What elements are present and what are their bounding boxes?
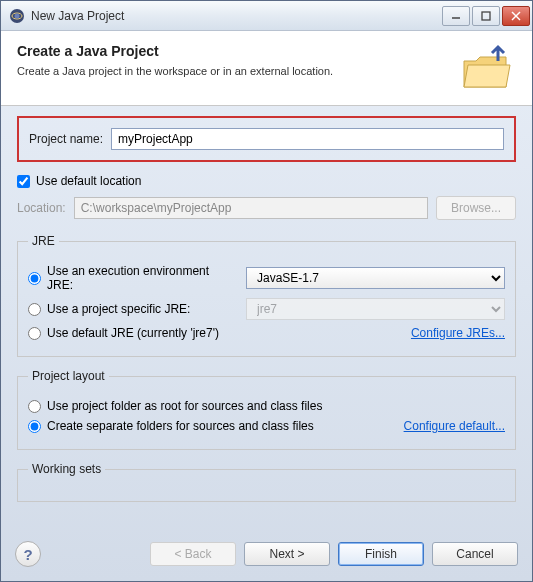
maximize-button[interactable] (472, 6, 500, 26)
project-layout-legend: Project layout (28, 369, 109, 383)
layout-separate-label: Create separate folders for sources and … (47, 419, 314, 433)
dialog-footer: ? < Back Next > Finish Cancel (1, 531, 532, 581)
svg-rect-4 (482, 12, 490, 20)
dialog-header: Create a Java Project Create a Java proj… (1, 31, 532, 106)
project-name-input[interactable] (111, 128, 504, 150)
jre-exec-env-combo[interactable]: JavaSE-1.7 (246, 267, 505, 289)
configure-jres-link[interactable]: Configure JREs... (411, 326, 505, 340)
eclipse-icon (9, 8, 25, 24)
jre-legend: JRE (28, 234, 59, 248)
next-button[interactable]: Next > (244, 542, 330, 566)
configure-default-link[interactable]: Configure default... (404, 419, 505, 433)
project-layout-group: Project layout Use project folder as roo… (17, 369, 516, 450)
dialog-window: New Java Project Create a Java Project C… (0, 0, 533, 582)
cancel-button[interactable]: Cancel (432, 542, 518, 566)
working-sets-legend: Working sets (28, 462, 105, 476)
layout-root-label: Use project folder as root for sources a… (47, 399, 322, 413)
project-name-highlight: Project name: (17, 116, 516, 162)
jre-project-specific-combo: jre7 (246, 298, 505, 320)
jre-group: JRE Use an execution environment JRE: Ja… (17, 234, 516, 357)
minimize-button[interactable] (442, 6, 470, 26)
jre-project-specific-label: Use a project specific JRE: (47, 302, 190, 316)
window-controls (442, 6, 530, 26)
project-name-label: Project name: (29, 132, 103, 146)
back-button: < Back (150, 542, 236, 566)
jre-project-specific-radio[interactable] (28, 303, 41, 316)
page-title: Create a Java Project (17, 43, 450, 59)
jre-default-label: Use default JRE (currently 'jre7') (47, 326, 219, 340)
jre-default-radio[interactable] (28, 327, 41, 340)
help-button[interactable]: ? (15, 541, 41, 567)
jre-exec-env-radio[interactable] (28, 272, 41, 285)
page-description: Create a Java project in the workspace o… (17, 65, 450, 77)
titlebar: New Java Project (1, 1, 532, 31)
layout-root-radio[interactable] (28, 400, 41, 413)
help-icon: ? (23, 546, 32, 563)
browse-button: Browse... (436, 196, 516, 220)
use-default-location-checkbox[interactable] (17, 175, 30, 188)
layout-separate-radio[interactable] (28, 420, 41, 433)
wizard-folder-icon (460, 43, 516, 91)
location-label: Location: (17, 201, 66, 215)
svg-point-2 (15, 13, 20, 18)
window-title: New Java Project (31, 9, 442, 23)
use-default-location-label: Use default location (36, 174, 141, 188)
finish-button[interactable]: Finish (338, 542, 424, 566)
dialog-content: Project name: Use default location Locat… (1, 106, 532, 531)
jre-exec-env-label: Use an execution environment JRE: (47, 264, 238, 292)
working-sets-group: Working sets (17, 462, 516, 502)
location-input (74, 197, 428, 219)
close-button[interactable] (502, 6, 530, 26)
